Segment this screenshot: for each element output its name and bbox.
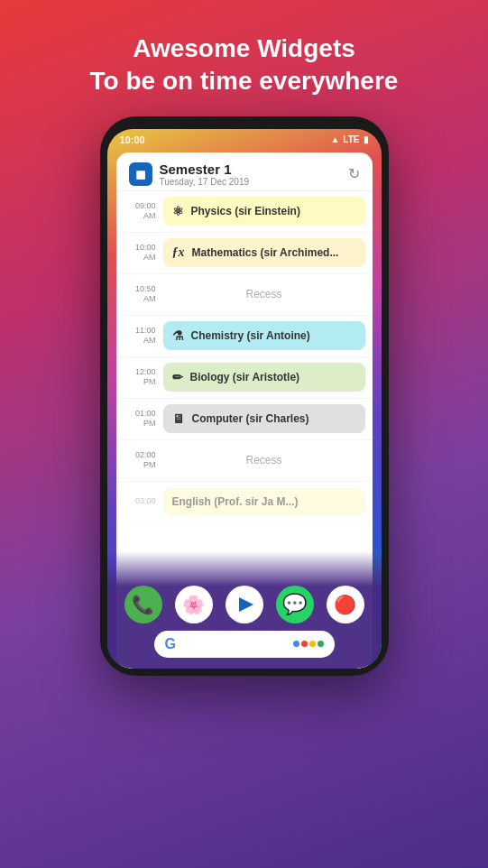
- widget-header: ◼ Semester 1 Tuesday, 17 Dec 2019 ↻: [116, 152, 373, 191]
- schedule-row-biology: 12:00PM ✏ Biology (sir Aristotle): [116, 357, 373, 399]
- google-search-bar[interactable]: G: [154, 631, 335, 658]
- dock-phone-icon[interactable]: 📞: [124, 586, 162, 623]
- time-0300pm: 03:00: [116, 496, 163, 507]
- biology-icon: ✏: [172, 370, 183, 384]
- dock-chrome-icon[interactable]: 🔴: [327, 586, 364, 623]
- subject-chemistry: ⚗ Chemistry (sir Antoine): [163, 321, 365, 350]
- math-label: Mathematics (sir Archimed...: [192, 246, 339, 259]
- time-1200: 12:00PM: [116, 367, 163, 388]
- widget-title: Semester 1: [160, 162, 250, 177]
- time-0100pm: 01:00PM: [116, 409, 163, 429]
- header-line1: Awesome Widgets: [133, 34, 355, 62]
- play-triangle: [239, 597, 253, 612]
- dock-photos-icon[interactable]: 🌸: [175, 586, 213, 623]
- subject-computer: 🖥 Computer (sir Charles): [163, 404, 365, 433]
- schedule-row-english: 03:00 English (Prof. sir Ja M...): [116, 482, 373, 523]
- widget-app-icon: ◼: [129, 162, 152, 186]
- status-bar: 10:00 ▲ LTE ▮: [107, 129, 382, 149]
- phone-mockup: 10:00 ▲ LTE ▮ ◼ Semester 1 Tuesday, 17 D…: [100, 116, 389, 676]
- app-icon-symbol: ◼: [135, 167, 146, 181]
- dot-yellow: [309, 641, 316, 647]
- status-time: 10:00: [120, 134, 145, 145]
- time-1000: 10:00AM: [116, 243, 163, 263]
- dot-blue: [293, 641, 299, 647]
- time-0900: 09:00AM: [116, 201, 163, 222]
- google-mic-icon: [293, 641, 324, 647]
- wifi-icon: ▲: [330, 134, 339, 144]
- physics-label: Physics (sir Einstein): [191, 205, 300, 217]
- header-title: Awesome Widgets To be on time everywhere: [90, 32, 399, 98]
- schedule-row-physics: 09:00AM ⚛ Physics (sir Einstein): [116, 191, 373, 233]
- time-1100: 11:00AM: [116, 326, 163, 346]
- recess-1-label: Recess: [245, 288, 281, 300]
- status-icons: ▲ LTE ▮: [330, 134, 368, 144]
- lte-label: LTE: [343, 134, 359, 144]
- schedule-row-math: 10:00AM ƒx Mathematics (sir Archimed...: [116, 233, 373, 274]
- subject-math: ƒx Mathematics (sir Archimed...: [163, 238, 365, 267]
- schedule-list: 09:00AM ⚛ Physics (sir Einstein) 10:00AM…: [116, 191, 373, 523]
- computer-icon: 🖥: [172, 411, 185, 426]
- google-g-logo: G: [165, 636, 176, 652]
- subject-physics: ⚛ Physics (sir Einstein): [163, 197, 365, 226]
- recess-1: Recess: [163, 281, 365, 308]
- math-icon: ƒx: [172, 245, 185, 260]
- schedule-row-recess1: 10:50AM Recess: [116, 274, 373, 316]
- recess-2-label: Recess: [245, 454, 281, 466]
- chemistry-icon: ⚗: [172, 328, 184, 343]
- chemistry-label: Chemistry (sir Antoine): [191, 329, 310, 342]
- physics-icon: ⚛: [172, 204, 184, 218]
- dot-green: [318, 641, 324, 647]
- widget-title-block: Semester 1 Tuesday, 17 Dec 2019: [160, 162, 250, 187]
- phone-dock: 📞 🌸 💬 🔴 G: [107, 551, 382, 669]
- time-1050: 10:50AM: [116, 284, 163, 305]
- time-0200pm: 02:00PM: [116, 450, 163, 471]
- widget-subtitle: Tuesday, 17 Dec 2019: [160, 177, 250, 187]
- dock-whatsapp-icon[interactable]: 💬: [276, 586, 314, 623]
- english-label: English (Prof. sir Ja M...): [172, 495, 299, 508]
- schedule-row-chemistry: 11:00AM ⚗ Chemistry (sir Antoine): [116, 316, 373, 357]
- phone-screen: 10:00 ▲ LTE ▮ ◼ Semester 1 Tuesday, 17 D…: [107, 129, 382, 669]
- dot-red: [301, 641, 308, 647]
- refresh-button[interactable]: ↻: [348, 165, 360, 182]
- recess-2: Recess: [163, 447, 365, 474]
- subject-english: English (Prof. sir Ja M...): [163, 488, 365, 515]
- biology-label: Biology (sir Aristotle): [190, 371, 300, 383]
- subject-biology: ✏ Biology (sir Aristotle): [163, 363, 365, 392]
- header-section: Awesome Widgets To be on time everywhere: [90, 32, 399, 98]
- dock-icons-row: 📞 🌸 💬 🔴: [124, 586, 364, 623]
- dock-play-icon[interactable]: [226, 586, 263, 623]
- schedule-row-computer: 01:00PM 🖥 Computer (sir Charles): [116, 399, 373, 440]
- widget-header-left: ◼ Semester 1 Tuesday, 17 Dec 2019: [129, 162, 250, 187]
- battery-icon: ▮: [364, 134, 369, 144]
- header-line2: To be on time everywhere: [90, 67, 399, 95]
- schedule-row-recess2: 02:00PM Recess: [116, 440, 373, 482]
- computer-label: Computer (sir Charles): [192, 412, 309, 425]
